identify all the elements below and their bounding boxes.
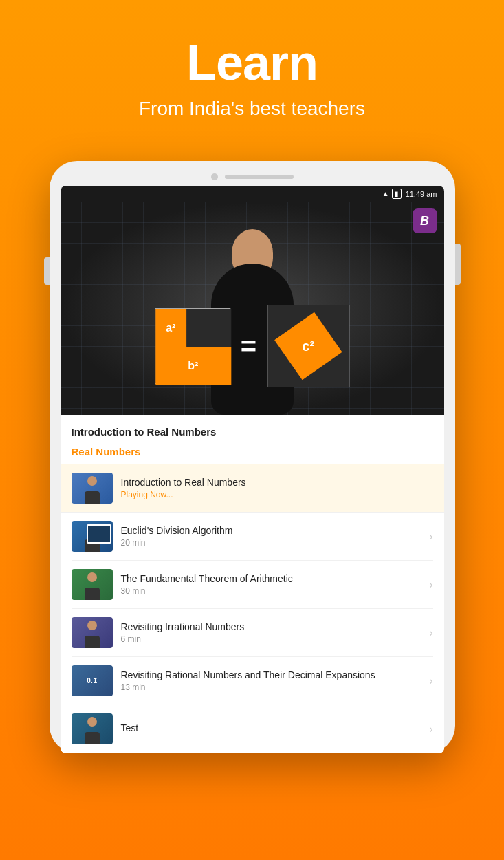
lesson-title-5: Revisiting Rational Numbers and Their De… (121, 669, 421, 680)
chapter-title: Introduction to Real Numbers (72, 426, 433, 438)
lesson-item[interactable]: 0.1̄ Revisiting Rational Numbers and The… (72, 657, 433, 705)
lesson-info-2: Euclid's Division Algorithm 20 min (121, 525, 421, 548)
chevron-right-icon: › (429, 627, 432, 639)
lesson-item[interactable]: Euclid's Division Algorithm 20 min › (72, 513, 433, 561)
person-body (85, 588, 100, 600)
person-head (87, 572, 97, 582)
lesson-status-1: Playing Now... (121, 490, 433, 499)
chevron-right-icon: › (429, 675, 432, 687)
lesson-title-4: Revisiting Irrational Numbers (121, 621, 421, 632)
phone-top-bar (61, 173, 444, 180)
thumb-person-1 (72, 473, 113, 504)
phone-screen: ▲ ▮ 11:49 am B a² b² = (61, 186, 444, 753)
a-squared: a² (155, 309, 186, 347)
status-bar: ▲ ▮ 11:49 am (61, 186, 444, 202)
board (87, 524, 111, 544)
lesson-title-3: The Fundamental Theorem of Arithmetic (121, 573, 421, 584)
lesson-title-2: Euclid's Division Algorithm (121, 525, 421, 536)
lesson-thumbnail-5: 0.1̄ (72, 665, 113, 696)
wifi-icon: ▲ (382, 190, 389, 197)
hero-title: Learn (186, 34, 318, 91)
dark-top-right (186, 309, 231, 347)
person-body (85, 491, 100, 504)
thumb-person-4 (72, 617, 113, 648)
lesson-duration-3: 30 min (121, 586, 421, 596)
lesson-duration-4: 6 min (121, 634, 421, 644)
lesson-info-4: Revisiting Irrational Numbers 6 min (121, 621, 421, 644)
status-time: 11:49 am (406, 190, 437, 198)
lesson-info-6: Test (121, 722, 421, 735)
status-icons: ▲ ▮ (382, 189, 402, 199)
lesson-item[interactable]: Introduction to Real Numbers Playing Now… (61, 464, 444, 513)
thumb-person-2 (72, 521, 113, 552)
byjus-logo: B (413, 208, 437, 233)
lesson-title-6: Test (121, 722, 421, 733)
video-player[interactable]: B a² b² = c² (61, 202, 444, 415)
person-head (87, 621, 97, 630)
equals-sign: = (241, 331, 256, 362)
battery-icon: ▮ (392, 189, 402, 199)
lesson-info-1: Introduction to Real Numbers Playing Now… (121, 477, 433, 499)
left-math-squares: a² b² (155, 308, 230, 384)
hero-subtitle: From India's best teachers (139, 98, 365, 120)
lesson-thumbnail-6 (72, 713, 113, 744)
phone-frame: ▲ ▮ 11:49 am B a² b² = (50, 161, 455, 753)
hero-section: Learn From India's best teachers (0, 0, 504, 140)
earpiece (225, 175, 294, 179)
lesson-item[interactable]: The Fundamental Theorem of Arithmetic 30… (72, 561, 433, 609)
lesson-item[interactable]: Test › (72, 705, 433, 753)
front-camera (211, 173, 218, 180)
thumb-math-5: 0.1̄ (72, 665, 113, 696)
math-visual: a² b² = c² (155, 305, 349, 387)
chevron-right-icon: › (429, 530, 432, 543)
chevron-right-icon: › (429, 579, 432, 591)
thumb-person-6 (72, 713, 113, 744)
person-head (87, 476, 97, 486)
lesson-thumbnail-1 (72, 473, 113, 504)
power-button (455, 244, 461, 285)
lesson-thumbnail-2 (72, 521, 113, 552)
volume-button (44, 257, 50, 285)
lesson-info-3: The Fundamental Theorem of Arithmetic 30… (121, 573, 421, 596)
c-squared-label: c² (302, 338, 314, 354)
lesson-item[interactable]: Revisiting Irrational Numbers 6 min › (72, 609, 433, 657)
right-math-square: c² (267, 305, 349, 387)
b-squared: b² (155, 347, 231, 385)
lesson-thumbnail-4 (72, 617, 113, 648)
person-head (87, 717, 97, 727)
content-area: Introduction to Real Numbers Real Number… (61, 415, 444, 753)
person-body (85, 636, 100, 648)
lesson-duration-2: 20 min (121, 538, 421, 548)
lesson-duration-5: 13 min (121, 682, 421, 692)
lesson-thumbnail-3 (72, 569, 113, 600)
lesson-title-1: Introduction to Real Numbers (121, 477, 433, 488)
chevron-right-icon: › (429, 723, 432, 735)
person-body (85, 732, 100, 744)
lesson-info-5: Revisiting Rational Numbers and Their De… (121, 669, 421, 692)
thumb-person-3 (72, 569, 113, 600)
section-label: Real Numbers (72, 446, 433, 458)
